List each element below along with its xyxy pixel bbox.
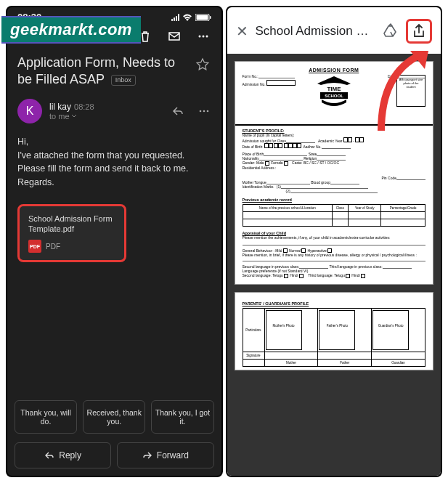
label-b3: Hyperactive [307,248,326,253]
attachment-filename: School Admission Form Template.pdf [28,214,115,235]
sender-more-button[interactable] [197,104,211,118]
label-male: Male [256,161,264,165]
opt-telugu2: Telugu [334,273,345,277]
wifi-icon [182,14,192,21]
opt-hindi2: Hindi [351,273,359,277]
mark-unread-button[interactable] [166,28,182,44]
svg-text:SCHOOL: SCHOOL [325,94,343,98]
svg-rect-4 [169,33,179,40]
sender-info[interactable]: lil kay08:28 to me [49,102,163,121]
forward-button[interactable]: Forward [117,442,213,468]
pdf-pages-area[interactable]: ADMISSION FORM Form No.: Date: Admission… [227,54,441,476]
pdf-icon: PDF [28,240,41,253]
label-aadhar: Aadhar No. [303,145,321,149]
svg-point-8 [199,110,201,112]
svg-point-6 [202,36,204,38]
label-pin: Pin Code [381,176,396,180]
pdf-title: School Admission Fo... [256,24,376,38]
reply-button[interactable]: Reply [15,442,111,468]
svg-point-5 [198,36,200,38]
star-button[interactable] [194,56,211,73]
pdf-page-2: PARENTS' / GUARDIAN'S PROFILE Particular… [235,292,434,370]
watermark-overlay: geekmarkt.com [1,16,141,44]
parents-photo-table: Particulars Mother's Photo Father's Phot… [243,308,426,367]
bottom-actions: Reply Forward [7,439,221,476]
sender-row: K lil kay08:28 to me [7,96,221,131]
reply-icon-button[interactable] [171,104,185,118]
pdf-viewer-screen: ✕ School Admission Fo... ADMISSION FORM … [226,6,443,477]
label-tl: Third language: [308,273,333,277]
close-button[interactable]: ✕ [236,23,248,40]
email-subject: Application Form, Needs to be Filled ASA… [17,54,188,89]
body-signoff: Regards. [17,176,211,190]
inbox-tag: Inbox [111,75,136,86]
label-dob: Date of Birth: [243,145,264,149]
label-b2: Normal [289,248,301,253]
pdf-header: ✕ School Admission Fo... [227,7,441,54]
svg-text:TIME: TIME [327,86,341,92]
parents-heading: PARENTS' / GUARDIAN'S PROFILE [243,301,426,306]
email-app-screen: 08:30 Application Form, Needs to be Fill… [6,6,223,477]
label-sl: Second language: [243,273,272,277]
battery-icon [195,14,211,21]
guardian-photo-box: Guardian's Photo [372,310,409,350]
save-to-drive-icon[interactable] [383,22,399,41]
label-gender: Gender: [243,161,256,165]
label-lang2: Third language in previous class: [329,264,382,269]
sender-to: to me [49,112,163,121]
svg-point-7 [205,36,208,38]
avatar[interactable]: K [17,99,42,123]
subject-row: Application Form, Needs to be Filled ASA… [7,52,221,96]
label-female: Female [271,161,283,165]
mother-photo-box: Mother's Photo [266,310,302,350]
body-greeting: Hi, [17,135,211,149]
signal-icon [171,14,179,21]
attachment-card[interactable]: School Admission Form Template.pdf PDF P… [17,204,126,263]
label-date: Date: [388,74,396,78]
svg-rect-2 [210,16,211,19]
subject-text: Application Form, Needs to be Filled ASA… [17,55,175,86]
smart-reply-1[interactable]: Thank you, will do. [15,400,77,434]
dual-screenshot-container: 08:30 Application Form, Needs to be Fill… [0,0,448,483]
label-addr: Residential Address : [243,166,277,170]
sender-name: lil kay [49,102,71,112]
attachment-type: PDF [46,243,60,251]
label-caste: Caste: [292,161,302,165]
sender-time: 08:28 [74,102,94,111]
svg-point-10 [206,110,208,112]
email-body: Hi, I've attached the form that you requ… [7,131,221,194]
more-button[interactable] [195,28,211,44]
smart-reply-2[interactable]: Received, thank you. [83,400,145,434]
label-behav2: Please mention, in brief, if there is an… [243,253,426,257]
prev-school-table: Name of the previous school & locationCl… [243,204,426,227]
smart-reply-3[interactable]: Thank you, I got it. [151,400,213,434]
label-formno: Form No.: [243,74,258,78]
student-photo-box: Affix passport size photo of the student [396,75,425,107]
svg-rect-1 [196,15,208,20]
label-behav: General Behaviour : Mild [243,248,282,253]
smart-replies-row: Thank you, will do. Received, thank you.… [7,394,221,439]
label-bc: BC / SC / ST / OC/OC [304,161,339,165]
label-admno: Admission No. [243,82,266,86]
opt-telugu1: Telugu [272,273,283,277]
label-marks: Identification Marks [243,184,274,189]
school-logo: TIMESCHOOL [314,75,354,110]
svg-point-9 [203,110,205,112]
status-icons [171,14,211,21]
form-heading: ADMISSION FORM [243,68,426,73]
pdf-page-1: ADMISSION FORM Form No.: Date: Admission… [235,61,434,285]
father-photo-box: Father's Photo [319,310,355,350]
prev-record-heading: Previous academic record [243,198,426,202]
opt-hindi1: Hindi [290,273,298,277]
body-line: I've attached the form that you requeste… [17,149,211,176]
share-button[interactable] [406,19,432,44]
